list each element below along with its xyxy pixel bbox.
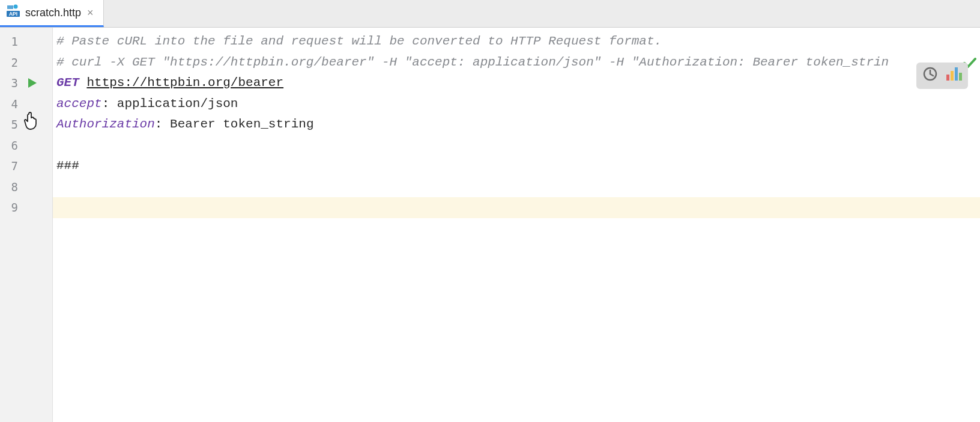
toolbar-pill: [916, 63, 968, 89]
api-file-icon: API: [6, 4, 20, 21]
editor-tab-bar: API scratch.http ×: [0, 0, 980, 28]
svg-rect-6: [951, 71, 954, 81]
svg-point-1: [14, 5, 18, 9]
editor-gutter: 123456789: [0, 28, 53, 422]
code-line-header[interactable]: Authorization: Bearer token_string: [53, 114, 980, 135]
editor-tab-label: scratch.http: [25, 7, 81, 19]
gutter-row: 7: [0, 156, 52, 177]
code-line-request[interactable]: GET https://httpbin.org/bearer: [53, 73, 980, 94]
header-value: Bearer token_string: [170, 117, 313, 131]
svg-rect-7: [955, 67, 958, 81]
header-value: application/json: [117, 97, 238, 111]
line-number: 4: [0, 97, 18, 111]
line-number: 8: [0, 180, 18, 194]
editor-tab-scratch-http[interactable]: API scratch.http ×: [0, 0, 104, 27]
statistics-icon[interactable]: [945, 66, 962, 85]
run-request-icon[interactable]: [18, 78, 47, 88]
line-number: 3: [0, 76, 18, 90]
line-number: 2: [0, 56, 18, 69]
svg-rect-8: [959, 73, 962, 81]
gutter-row: 4: [0, 94, 52, 115]
code-line-empty[interactable]: [53, 177, 980, 198]
svg-text:API: API: [9, 11, 17, 17]
svg-rect-5: [946, 75, 949, 81]
editor-floating-toolbar: [916, 63, 968, 89]
comment-text: # Paste cURL into the file and request w…: [56, 34, 662, 48]
gutter-row: 9: [0, 197, 52, 218]
line-number: 6: [0, 139, 18, 152]
code-line-empty[interactable]: [53, 135, 980, 156]
gutter-row: 5: [0, 114, 52, 135]
code-content[interactable]: # Paste cURL into the file and request w…: [53, 28, 980, 422]
line-number: 1: [0, 35, 18, 48]
code-line-comment[interactable]: # curl -X GET "https://httpbin.org/beare…: [53, 52, 980, 73]
http-url[interactable]: https://httpbin.org/bearer: [86, 76, 283, 90]
gutter-row: 3: [0, 73, 52, 94]
gutter-row: 6: [0, 135, 52, 156]
gutter-row: 1: [0, 31, 52, 52]
line-number: 9: [0, 201, 18, 214]
request-separator: ###: [56, 159, 79, 173]
code-line-empty[interactable]: [53, 197, 980, 218]
code-line-comment[interactable]: # Paste cURL into the file and request w…: [53, 31, 980, 52]
http-method: GET: [56, 76, 79, 90]
code-line-header[interactable]: accept: application/json: [53, 94, 980, 115]
colon: :: [155, 117, 170, 131]
header-name: Authorization: [56, 117, 155, 131]
gutter-row: 2: [0, 52, 52, 73]
comment-text: # curl -X GET "https://httpbin.org/beare…: [56, 55, 889, 69]
code-line-separator[interactable]: ###: [53, 156, 980, 177]
history-icon[interactable]: [922, 66, 938, 85]
line-number: 5: [0, 118, 18, 131]
gutter-row: 8: [0, 177, 52, 198]
colon: :: [102, 97, 117, 111]
editor-area: 123456789 # Paste cURL into the file and…: [0, 28, 980, 422]
line-number: 7: [0, 159, 18, 173]
close-tab-icon[interactable]: ×: [86, 7, 95, 19]
header-name: accept: [56, 97, 102, 111]
